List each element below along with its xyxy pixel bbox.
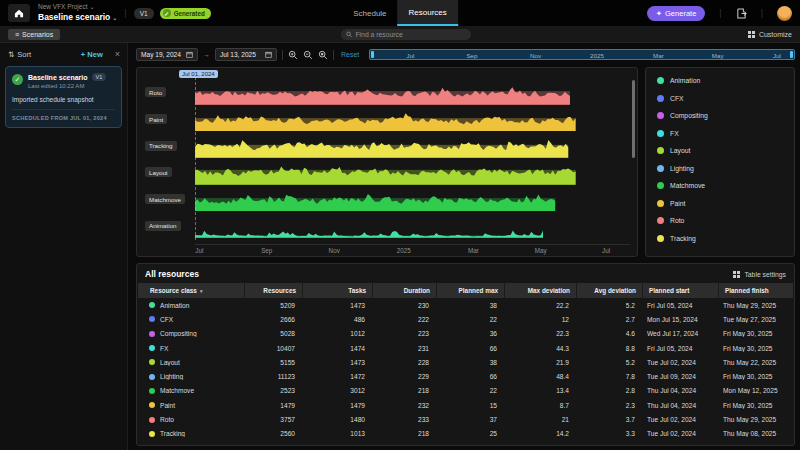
sort-button[interactable]: ⇅ Sort <box>8 50 31 59</box>
table-row[interactable]: Animation520914732303822.25.2Fri Jul 05,… <box>137 298 794 312</box>
home-button[interactable] <box>8 4 30 22</box>
legend-item-label: Animation <box>670 77 700 84</box>
planned-max-cell: 66 <box>435 345 503 352</box>
project-switcher[interactable]: New VFX Project⌄ Baseline scenario⌄ <box>38 3 117 22</box>
chart-row[interactable]: Layout <box>143 160 632 185</box>
planned-max-cell: 15 <box>435 402 503 409</box>
column-header[interactable]: Duration <box>372 283 436 298</box>
zoom-in-icon[interactable] <box>288 50 298 60</box>
date-from-input[interactable]: May 19, 2024 <box>136 48 198 61</box>
table-row[interactable]: Compositing502810122233622.34.6Wed Jul 1… <box>137 327 794 341</box>
start-cell: Tue Jul 02, 2024 <box>641 430 717 437</box>
legend-color-dot <box>657 112 664 119</box>
resource-class-cell: Layout <box>143 359 243 366</box>
legend-item[interactable]: FX <box>657 130 783 137</box>
reset-button[interactable]: Reset <box>341 51 359 58</box>
timeline-range-slider[interactable]: JulSepNov2025MarMayJul <box>369 49 795 60</box>
chart-vertical-scrollbar[interactable] <box>632 80 635 158</box>
legend-item[interactable]: Roto <box>657 217 783 224</box>
chart-row[interactable]: Animation <box>143 213 632 238</box>
column-header[interactable]: Avg deviation <box>576 283 642 298</box>
new-scenario-button[interactable]: + New <box>81 50 103 59</box>
table-row[interactable]: CFX266648622222122.7Mon Jul 15, 2024Tue … <box>137 312 794 326</box>
legend-item[interactable]: Lighting <box>657 165 783 172</box>
slider-tick-label: Jul <box>407 52 415 59</box>
scenario-card-title: Baseline scenario <box>28 74 88 81</box>
table-row[interactable]: FX1040714742316644.38.8Fri Jul 05, 2024F… <box>137 341 794 355</box>
max-dev-cell: 48.4 <box>503 373 575 380</box>
legend-item-label: CFX <box>670 95 684 102</box>
column-header[interactable]: Resource class▾ <box>144 283 244 298</box>
legend-item[interactable]: Layout <box>657 147 783 154</box>
tab-schedule[interactable]: Schedule <box>342 0 397 26</box>
table-row[interactable]: Lighting1112314722296648.47.8Tue Jul 09,… <box>137 369 794 383</box>
resource-class-cell: Paint <box>143 402 243 409</box>
column-header[interactable]: Max deviation <box>504 283 576 298</box>
duration-cell: 223 <box>371 330 435 337</box>
generate-button[interactable]: ✦ Generate <box>647 6 706 21</box>
chart-row-label: Animation <box>145 221 181 231</box>
avg-dev-cell: 2.8 <box>575 387 641 394</box>
search-bar <box>341 29 471 40</box>
resource-color-dot <box>149 359 155 365</box>
start-cell: Fri Jul 05, 2024 <box>641 345 717 352</box>
max-dev-cell: 21.9 <box>503 359 575 366</box>
avg-dev-cell: 7.8 <box>575 373 641 380</box>
export-icon[interactable] <box>736 8 747 19</box>
chart-row[interactable]: Paint <box>143 107 632 132</box>
chart-toolbar: May 19, 2024 → Jul 13, 2025 Reset JulSep… <box>136 46 795 63</box>
planned-max-cell: 36 <box>435 330 503 337</box>
legend-item-label: Matchmove <box>670 182 705 189</box>
slider-handle-right[interactable] <box>790 51 793 58</box>
table-row[interactable]: Roto3757148023337213.7Tue Jul 02, 2024Th… <box>137 412 794 426</box>
chart-row[interactable]: Roto <box>143 80 632 105</box>
zoom-out-icon[interactable] <box>303 50 313 60</box>
column-header[interactable]: Planned max <box>436 283 504 298</box>
resource-class-label: Matchmove <box>160 387 194 394</box>
legend-item[interactable]: CFX <box>657 95 783 102</box>
chevron-down-icon: ⌄ <box>112 15 117 21</box>
max-dev-cell: 8.7 <box>503 402 575 409</box>
table-row[interactable]: Paint14791479232158.72.3Thu Jul 04, 2024… <box>137 398 794 412</box>
slider-tick-label: Nov <box>530 52 541 59</box>
sort-label: Sort <box>17 50 31 59</box>
divider <box>12 109 115 110</box>
all-resources-table: All resources Table settings Resource cl… <box>136 263 795 446</box>
close-icon[interactable]: × <box>115 49 120 59</box>
column-header[interactable]: Planned start <box>642 283 718 298</box>
chart-row-plot <box>195 187 630 212</box>
chart-row[interactable]: Matchmove <box>143 187 632 212</box>
column-header[interactable]: Tasks <box>302 283 372 298</box>
resource-class-cell: Animation <box>143 302 243 309</box>
tab-resources[interactable]: Resources <box>398 0 458 26</box>
scenarios-sidebar: ⇅ Sort + New × ✓ Baseline scenario V1 La… <box>0 43 128 450</box>
table-settings-button[interactable]: Table settings <box>733 271 786 278</box>
legend-item[interactable]: Animation <box>657 77 783 84</box>
project-name: New VFX Project <box>38 3 88 10</box>
customize-button[interactable]: Customize <box>748 31 792 38</box>
scenario-card[interactable]: ✓ Baseline scenario V1 Last edited 10:22… <box>5 66 122 128</box>
resource-class-label: Lighting <box>160 373 183 380</box>
legend-item[interactable]: Compositing <box>657 112 783 119</box>
tasks-cell: 486 <box>301 316 371 323</box>
avatar[interactable] <box>777 6 792 21</box>
search-input[interactable] <box>355 31 466 38</box>
zoom-area-icon[interactable] <box>318 50 328 60</box>
grid-icon <box>748 31 755 38</box>
date-to-value: Jul 13, 2025 <box>220 51 256 58</box>
table-row[interactable]: Matchmove252330122182213.42.8Thu Jul 04,… <box>137 384 794 398</box>
column-header[interactable]: Planned finish <box>718 283 787 298</box>
chart-row[interactable]: Tracking <box>143 133 632 158</box>
scenarios-button[interactable]: ≡ Scenarios <box>8 29 60 40</box>
table-row[interactable]: Tracking256010132182514.23.3Tue Jul 02, … <box>137 427 794 441</box>
legend-item[interactable]: Tracking <box>657 235 783 242</box>
max-dev-cell: 44.3 <box>503 345 575 352</box>
planned-max-cell: 66 <box>435 373 503 380</box>
legend-item[interactable]: Paint <box>657 200 783 207</box>
legend-item[interactable]: Matchmove <box>657 182 783 189</box>
date-to-input[interactable]: Jul 13, 2025 <box>215 48 277 61</box>
slider-handle-left[interactable] <box>371 51 374 58</box>
table-row[interactable]: Layout515514732283821.95.2Tue Jul 02, 20… <box>137 355 794 369</box>
slider-tick-label: Jul <box>773 52 781 59</box>
column-header[interactable]: Resources <box>244 283 302 298</box>
